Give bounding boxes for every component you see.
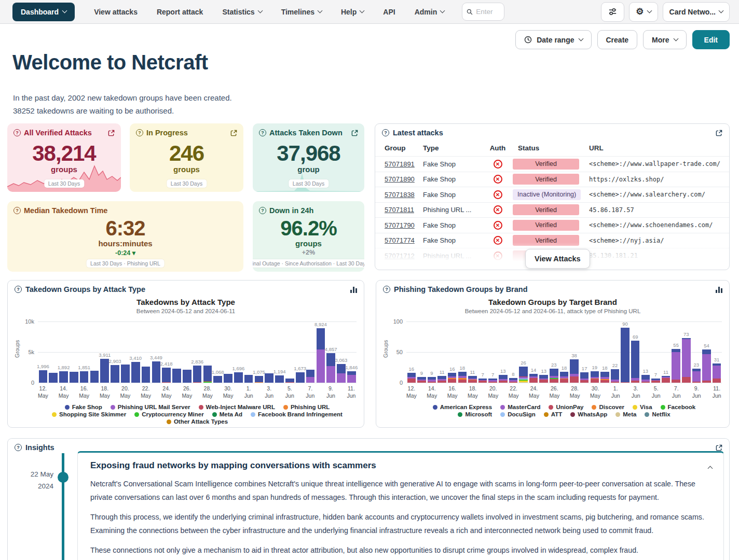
group-link[interactable]: 57071890 — [385, 175, 415, 183]
bar[interactable]: 11 — [437, 321, 447, 383]
bar[interactable] — [243, 321, 254, 383]
bar[interactable]: 7 — [477, 321, 488, 383]
bar[interactable]: 38 — [569, 321, 580, 383]
external-link-icon[interactable] — [716, 444, 722, 451]
bar[interactable] — [120, 321, 131, 383]
legend-item[interactable]: ATT — [544, 411, 563, 417]
bar[interactable]: 1,696 — [233, 321, 243, 383]
bar[interactable]: 11 — [661, 321, 671, 383]
group-link[interactable]: 57071838 — [385, 191, 415, 199]
legend-item[interactable]: Facebook Brand Infringement — [251, 411, 343, 417]
legend-item[interactable]: Discover — [592, 404, 624, 410]
bar[interactable]: 1,996 — [38, 321, 48, 383]
nav-report-attack[interactable]: Report attack — [157, 8, 203, 16]
bar[interactable]: 69 — [630, 321, 640, 383]
bar[interactable]: 2,418 — [161, 321, 172, 383]
bar[interactable]: 16 — [406, 321, 417, 383]
bar[interactable]: 8,924 — [316, 321, 326, 383]
legend-item[interactable]: Shopping Site Skimmer — [52, 411, 126, 417]
bar[interactable] — [172, 321, 182, 383]
nav-dashboard[interactable]: Dashboard — [12, 3, 75, 21]
view-attacks-button[interactable]: View Attacks — [525, 249, 590, 269]
bar-chart-icon[interactable] — [716, 286, 722, 293]
legend-item[interactable]: Phishing URL — [283, 404, 330, 410]
legend-item[interactable]: WhatsApp — [570, 411, 607, 417]
legend-item[interactable]: Meta Ad — [212, 411, 242, 417]
bar[interactable] — [285, 321, 295, 383]
bar[interactable]: 3,410 — [130, 321, 141, 383]
bar[interactable]: 3,063 — [336, 321, 347, 383]
group-link[interactable]: 57071790 — [385, 221, 415, 229]
search-input[interactable] — [476, 8, 500, 16]
bar[interactable]: 22 — [610, 321, 620, 383]
bar[interactable]: 90 — [620, 321, 631, 383]
card-all-verified-attacks[interactable]: ? All Verified Attacks 38,214 groups Las… — [7, 123, 121, 192]
legend-item[interactable]: Phishing URL Mail Server — [111, 404, 190, 410]
legend-item[interactable]: Netflix — [645, 411, 670, 417]
bar[interactable]: 54 — [702, 321, 712, 383]
bar[interactable]: 7 — [488, 321, 498, 383]
filters-button[interactable] — [601, 2, 624, 22]
bar[interactable]: 2,836 — [192, 321, 202, 383]
card-down-in-24h[interactable]: ? Down in 24h 96.2% groups +2% Final Out… — [253, 201, 364, 272]
nav-help[interactable]: Help — [341, 8, 364, 16]
card-in-progress[interactable]: ? In Progress 246 groups Last 30 Days — [130, 123, 243, 192]
bar[interactable]: 18 — [457, 321, 468, 383]
bar[interactable]: 14 — [528, 321, 539, 383]
bar[interactable]: 31 — [711, 321, 722, 383]
bar[interactable] — [141, 321, 151, 383]
nav-admin[interactable]: Admin — [415, 8, 445, 16]
nav-view-attacks[interactable]: View attacks — [94, 8, 138, 16]
card-median-takedown-time[interactable]: ? Median Takedown Time 6:32 hours:minute… — [7, 201, 243, 272]
bar[interactable] — [305, 321, 316, 383]
bar[interactable]: 9 — [427, 321, 437, 383]
bar[interactable]: 1,846 — [346, 321, 357, 383]
bar[interactable]: 4,857 — [326, 321, 336, 383]
legend-item[interactable]: MasterCard — [500, 404, 540, 410]
bar[interactable]: 1,075 — [254, 321, 264, 383]
bar[interactable] — [69, 321, 79, 383]
legend-item[interactable]: Visa — [633, 404, 652, 410]
bar[interactable]: 2,903 — [110, 321, 120, 383]
external-link-icon[interactable] — [716, 130, 722, 136]
nav-timelines[interactable]: Timelines — [281, 8, 322, 16]
bar[interactable]: 18 — [559, 321, 569, 383]
legend-item[interactable]: DocuSign — [500, 411, 536, 417]
external-link-icon[interactable] — [230, 130, 237, 136]
bar[interactable]: 13 — [498, 321, 508, 383]
date-range-button[interactable]: Date range — [515, 30, 591, 49]
legend-item[interactable]: Microsoft — [458, 411, 492, 417]
bar[interactable] — [202, 321, 213, 383]
bar[interactable] — [223, 321, 234, 383]
bar[interactable]: 8 — [508, 321, 518, 383]
nav-api[interactable]: API — [383, 8, 395, 16]
bar[interactable]: 17 — [579, 321, 590, 383]
legend-item[interactable]: Meta — [615, 411, 636, 417]
settings-button[interactable]: ⚙ — [629, 2, 658, 22]
legend-item[interactable]: Web-Inject Malware URL — [199, 404, 275, 410]
create-button[interactable]: Create — [597, 30, 638, 49]
card-attacks-taken-down[interactable]: ? Attacks Taken Down 37,968 group Last 3… — [253, 123, 364, 192]
external-link-icon[interactable] — [351, 130, 358, 136]
bar[interactable]: 1,673 — [295, 321, 305, 383]
bar[interactable] — [182, 321, 192, 383]
external-link-icon[interactable] — [108, 130, 115, 136]
bar[interactable]: 13 — [640, 321, 651, 383]
legend-item[interactable]: Cryptocurrency Miner — [134, 411, 204, 417]
collapse-article-button[interactable] — [708, 463, 712, 472]
account-menu-button[interactable]: Card Netwo... — [663, 2, 730, 22]
bar[interactable]: 55 — [671, 321, 681, 383]
bar[interactable]: 16 — [447, 321, 457, 383]
bar[interactable]: 19 — [590, 321, 600, 383]
bar[interactable] — [264, 321, 275, 383]
bar[interactable]: 1,892 — [59, 321, 69, 383]
legend-item[interactable]: Other Attack Types — [167, 418, 228, 425]
bar[interactable]: 26 — [518, 321, 529, 383]
bar[interactable]: 7 — [651, 321, 661, 383]
bar-chart-icon[interactable] — [350, 286, 357, 293]
legend-item[interactable]: Fake Shop — [65, 404, 102, 410]
edit-button[interactable]: Edit — [692, 30, 730, 49]
bar[interactable]: 18 — [600, 321, 610, 383]
bar[interactable]: 13 — [539, 321, 549, 383]
more-button[interactable]: More — [643, 30, 686, 49]
